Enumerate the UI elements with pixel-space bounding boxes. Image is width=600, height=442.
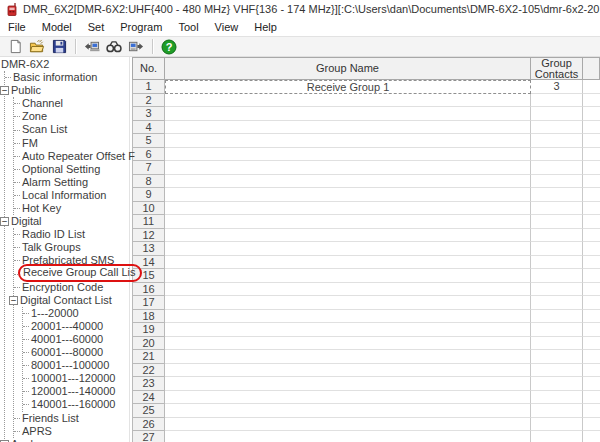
row-number-cell[interactable]: 20	[132, 337, 165, 351]
tree-item-optional-setting[interactable]: Optional Setting	[14, 163, 129, 176]
tree-item-friends-list[interactable]: Friends List	[14, 412, 129, 425]
group-name-cell[interactable]	[165, 404, 531, 418]
group-name-cell[interactable]	[165, 256, 531, 270]
group-contacts-cell[interactable]	[531, 269, 583, 283]
tree-item-local-information[interactable]: Local Information	[14, 189, 129, 202]
row-number-cell[interactable]: 8	[132, 175, 165, 189]
collapse-icon[interactable]: −	[9, 296, 18, 305]
tree-item-auto-repeater-offset-f[interactable]: Auto Repeater Offset F	[14, 150, 129, 163]
menu-item-view[interactable]: View	[207, 18, 247, 36]
group-name-cell[interactable]	[165, 107, 531, 121]
row-number-cell[interactable]: 24	[132, 391, 165, 405]
group-name-cell[interactable]	[165, 121, 531, 135]
tree-item-receive-group-call-lis[interactable]: Receive Group Call Lis	[14, 268, 129, 281]
group-contacts-cell[interactable]	[531, 202, 583, 216]
group-contacts-cell[interactable]	[531, 242, 583, 256]
column-header-no[interactable]: No.	[132, 57, 165, 80]
tree-item-fm[interactable]: FM	[14, 137, 129, 150]
row-number-cell[interactable]: 2	[132, 94, 165, 108]
tree-item-channel[interactable]: Channel	[14, 97, 129, 110]
save-file-button[interactable]	[49, 37, 69, 56]
menu-item-program[interactable]: Program	[112, 18, 170, 36]
tree-item-encryption-code[interactable]: Encryption Code	[14, 281, 129, 294]
row-number-cell[interactable]: 3	[132, 107, 165, 121]
group-contacts-cell[interactable]	[531, 404, 583, 418]
group-contacts-cell[interactable]	[531, 296, 583, 310]
group-contacts-cell[interactable]	[531, 350, 583, 364]
search-button[interactable]	[104, 37, 124, 56]
group-name-cell[interactable]	[165, 364, 531, 378]
new-file-button[interactable]	[5, 37, 25, 56]
row-number-cell[interactable]: 22	[132, 364, 165, 378]
row-number-cell[interactable]: 17	[132, 296, 165, 310]
group-contacts-cell[interactable]	[531, 188, 583, 202]
group-name-cell[interactable]	[165, 350, 531, 364]
group-name-cell[interactable]	[165, 269, 531, 283]
group-name-cell[interactable]	[165, 148, 531, 162]
group-contacts-cell[interactable]	[531, 175, 583, 189]
column-header-group-name[interactable]: Group Name	[165, 57, 531, 80]
collapse-icon[interactable]: −	[0, 86, 9, 95]
tree-item-digital-contact-list[interactable]: −Digital Contact List	[14, 294, 129, 307]
group-contacts-cell[interactable]	[531, 229, 583, 243]
group-name-cell[interactable]	[165, 229, 531, 243]
row-number-cell[interactable]: 11	[132, 215, 165, 229]
group-name-cell[interactable]	[165, 377, 531, 391]
tree-item-scan-list[interactable]: Scan List	[14, 123, 129, 136]
group-contacts-cell[interactable]	[531, 431, 583, 442]
row-number-cell[interactable]: 21	[132, 350, 165, 364]
group-contacts-cell[interactable]	[531, 107, 583, 121]
group-contacts-cell[interactable]	[531, 418, 583, 432]
tree-item-radio-id-list[interactable]: Radio ID List	[14, 228, 129, 241]
tree-item-1-20000[interactable]: 1---20000	[23, 307, 129, 320]
row-number-cell[interactable]: 12	[132, 229, 165, 243]
group-name-cell[interactable]	[165, 296, 531, 310]
group-name-cell[interactable]	[165, 202, 531, 216]
tree-item-public[interactable]: −Public	[5, 84, 129, 97]
tree-item-dmr-6x2[interactable]: DMR-6X2	[0, 58, 129, 71]
help-button[interactable]: ?	[159, 37, 179, 56]
group-contacts-cell[interactable]	[531, 323, 583, 337]
tree-item-40001-60000[interactable]: 40001---60000	[23, 333, 129, 346]
row-number-cell[interactable]: 23	[132, 377, 165, 391]
group-contacts-cell[interactable]: 3	[531, 80, 583, 94]
group-name-cell[interactable]	[165, 337, 531, 351]
menu-item-model[interactable]: Model	[34, 18, 80, 36]
group-name-cell[interactable]	[165, 188, 531, 202]
menu-item-help[interactable]: Help	[246, 18, 285, 36]
tree-item-100001-120000[interactable]: 100001---120000	[23, 372, 129, 385]
group-name-cell[interactable]: Receive Group 1	[165, 80, 531, 94]
menu-item-set[interactable]: Set	[80, 18, 113, 36]
row-number-cell[interactable]: 5	[132, 134, 165, 148]
group-name-cell[interactable]	[165, 418, 531, 432]
group-name-cell[interactable]	[165, 283, 531, 297]
group-contacts-cell[interactable]	[531, 121, 583, 135]
group-contacts-cell[interactable]	[531, 161, 583, 175]
tree-item-20001-40000[interactable]: 20001---40000	[23, 320, 129, 333]
group-name-cell[interactable]	[165, 431, 531, 442]
menu-item-tool[interactable]: Tool	[170, 18, 206, 36]
group-name-cell[interactable]	[165, 161, 531, 175]
tree-item-basic-information[interactable]: Basic information	[5, 71, 129, 84]
group-contacts-cell[interactable]	[531, 283, 583, 297]
open-file-button[interactable]	[27, 37, 47, 56]
row-number-cell[interactable]: 13	[132, 242, 165, 256]
tree-item-talk-groups[interactable]: Talk Groups	[14, 241, 129, 254]
row-number-cell[interactable]: 25	[132, 404, 165, 418]
group-contacts-cell[interactable]	[531, 134, 583, 148]
group-contacts-cell[interactable]	[531, 148, 583, 162]
row-number-cell[interactable]: 6	[132, 148, 165, 162]
row-number-cell[interactable]: 18	[132, 310, 165, 324]
group-contacts-cell[interactable]	[531, 364, 583, 378]
tree-item-digital[interactable]: −Digital	[5, 215, 129, 228]
read-from-radio-button[interactable]	[82, 37, 102, 56]
tree-item-60001-80000[interactable]: 60001---80000	[23, 346, 129, 359]
collapse-icon[interactable]: −	[0, 217, 9, 226]
group-name-cell[interactable]	[165, 323, 531, 337]
group-name-cell[interactable]	[165, 215, 531, 229]
tree-item-aprs[interactable]: APRS	[14, 425, 129, 438]
group-contacts-cell[interactable]	[531, 310, 583, 324]
group-name-cell[interactable]	[165, 391, 531, 405]
tree-item-140001-160000[interactable]: 140001---160000	[23, 398, 129, 411]
group-name-cell[interactable]	[165, 94, 531, 108]
